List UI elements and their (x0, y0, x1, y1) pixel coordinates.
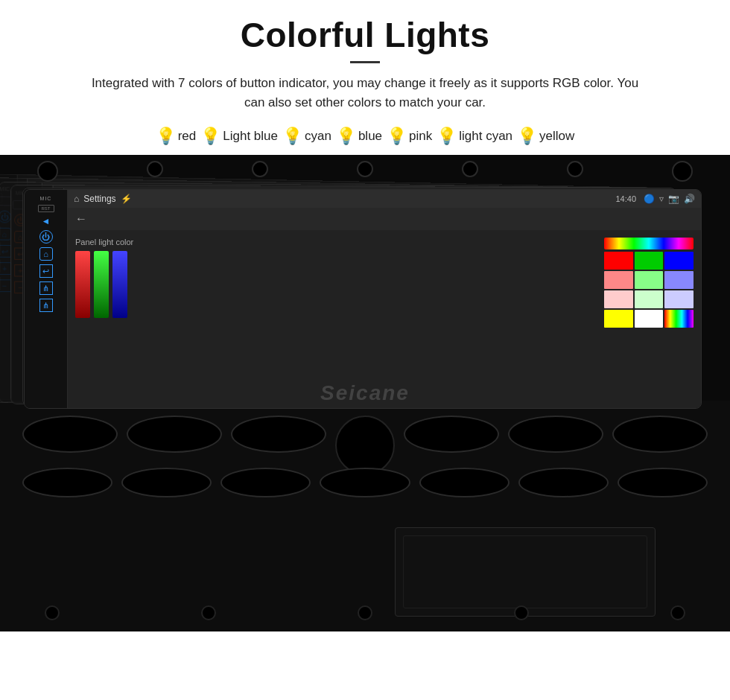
mount-hole (672, 161, 693, 182)
color-item-lightcyan: 💡 light cyan (437, 128, 512, 144)
panel-light-section: Panel light color (75, 238, 594, 328)
mic-label-main: MIC (40, 196, 52, 201)
page-title: Colorful Lights (0, 15, 730, 55)
color-item-red: 💡 red (156, 128, 197, 144)
back-row: ← (68, 208, 701, 230)
lightcyan-label: light cyan (459, 129, 512, 144)
blue-label: blue (358, 129, 382, 144)
clock-display: 14:40 (615, 194, 636, 203)
colors-row: 💡 red 💡 Light blue 💡 cyan 💡 blue 💡 pink … (156, 128, 575, 144)
grille-oval-4 (404, 416, 499, 453)
pink-label: pink (409, 129, 432, 144)
description-text: Integrated with 7 colors of button indic… (60, 74, 670, 112)
inner-component (403, 535, 647, 608)
mount-hole (37, 161, 58, 182)
grille-oval-5 (508, 416, 603, 453)
back-btn-blue[interactable]: ↩ (39, 264, 53, 278)
swatch-lightblue-swatch[interactable] (664, 271, 694, 289)
screw-3 (358, 605, 372, 620)
mount-hole (462, 161, 478, 177)
swatch-palemint[interactable] (635, 290, 664, 308)
main-side-buttons: MIC RST ◄ ⏻ ⌂ ↩ ⋔ ⋔ (25, 190, 68, 408)
grille-oval2-6 (518, 468, 609, 497)
bluetooth-icon: 🔵 (644, 194, 655, 204)
red-bar (75, 251, 90, 318)
camera-icon: 📷 (668, 194, 679, 204)
grille-ovals-top (22, 416, 708, 475)
swatch-yellow[interactable] (604, 310, 633, 328)
volume-icon: 🔊 (684, 194, 695, 204)
vol-dn-main[interactable]: ⋔ (39, 299, 53, 312)
lightblue-label: Light blue (223, 129, 278, 144)
usb-icon: ⚡ (121, 194, 132, 204)
swatch-rainbow[interactable] (664, 310, 694, 328)
blue-bar (112, 251, 127, 318)
mount-screws-bottom (45, 605, 685, 620)
swatch-green[interactable] (635, 252, 664, 270)
home-btn-blue[interactable]: ⌂ (39, 247, 53, 261)
color-item-lightblue: 💡 Light blue (200, 128, 278, 144)
mount-hole (147, 161, 163, 177)
color-item-cyan: 💡 cyan (282, 128, 331, 144)
title-section: Colorful Lights Integrated with 7 colors… (0, 0, 730, 128)
grille-oval-3 (231, 416, 326, 453)
arrow-left-icon[interactable]: ◄ (42, 216, 51, 226)
settings-title: Settings (83, 194, 115, 204)
title-divider (350, 61, 380, 63)
wifi-icon: ▿ (659, 194, 664, 204)
home-icon: ⌂ (74, 194, 79, 204)
color-item-pink: 💡 pink (387, 128, 432, 144)
main-device: MIC RST ◄ ⏻ ⌂ ↩ ⋔ ⋔ ⌂ Settings ⚡ (24, 189, 702, 409)
screen-content: Panel light color (68, 230, 701, 335)
screw-1 (45, 605, 60, 620)
grille-oval-6 (612, 416, 708, 453)
screw-5 (670, 605, 685, 620)
red-bulb-icon: 💡 (156, 128, 176, 144)
power-btn-blue[interactable]: ⏻ (39, 230, 53, 244)
swatch-red[interactable] (604, 252, 633, 270)
rst-label-main: RST (38, 205, 54, 212)
swatch-lightred[interactable] (604, 271, 633, 289)
cyan-bulb-icon: 💡 (282, 128, 302, 144)
panel-light-label: Panel light color (75, 238, 594, 246)
color-item-blue: 💡 blue (336, 128, 382, 144)
lightcyan-bulb-icon: 💡 (437, 128, 457, 144)
grille-oval2-4 (320, 468, 410, 497)
watermark: Seicane (320, 381, 410, 405)
grille-oval2-5 (419, 468, 510, 497)
active-screen: ⌂ Settings ⚡ 14:40 🔵 ▿ 📷 🔊 ← (68, 190, 701, 408)
vol-up-main[interactable]: ⋔ (39, 281, 53, 295)
grille-oval-1 (22, 416, 118, 453)
grille-oval2-7 (618, 468, 708, 497)
rainbow-strip (604, 238, 694, 249)
swatch-blue[interactable] (664, 252, 694, 270)
lightblue-bulb-icon: 💡 (200, 128, 220, 144)
grille-ovals-bottom (22, 468, 708, 497)
back-arrow-icon[interactable]: ← (75, 212, 87, 225)
bottom-components-box (395, 527, 656, 617)
pink-bulb-icon: 💡 (387, 128, 407, 144)
green-bar (94, 251, 109, 318)
blue-bulb-icon: 💡 (336, 128, 356, 144)
screw-2 (201, 605, 216, 620)
grille-oval-2 (127, 416, 222, 453)
rgb-bars-container (75, 251, 594, 318)
color-swatches-section (604, 238, 694, 328)
red-label: red (178, 129, 197, 144)
swatch-lightgreen[interactable] (635, 271, 664, 289)
main-image-area: Seicane MIC ⏻ ⌂ ↩ + − (0, 155, 730, 631)
grille-oval2-1 (22, 468, 112, 497)
swatch-palelavender[interactable] (664, 290, 694, 308)
mount-hole (252, 161, 268, 177)
swatch-grid (604, 252, 694, 328)
grille-oval2-3 (220, 468, 311, 497)
mount-hole (567, 161, 583, 177)
swatch-white[interactable] (635, 310, 664, 328)
swatch-palerose[interactable] (604, 290, 633, 308)
mount-holes-top (37, 161, 693, 182)
grille-oval2-2 (121, 468, 212, 497)
screen-top-bar: ⌂ Settings ⚡ 14:40 🔵 ▿ 📷 🔊 (68, 190, 701, 208)
screw-4 (514, 605, 529, 620)
mount-hole (357, 161, 373, 177)
color-item-yellow: 💡 yellow (517, 128, 574, 144)
